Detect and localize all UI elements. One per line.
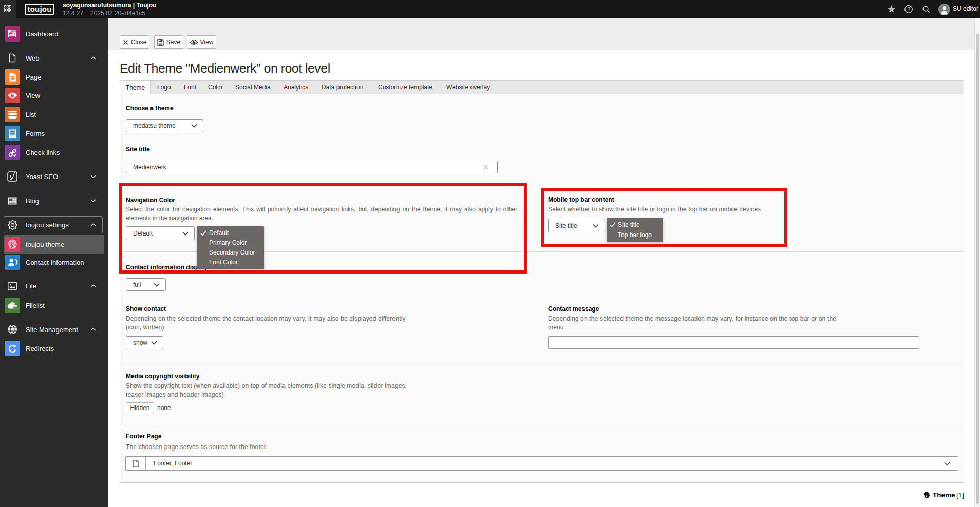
svg-text:?: ? xyxy=(907,6,910,12)
